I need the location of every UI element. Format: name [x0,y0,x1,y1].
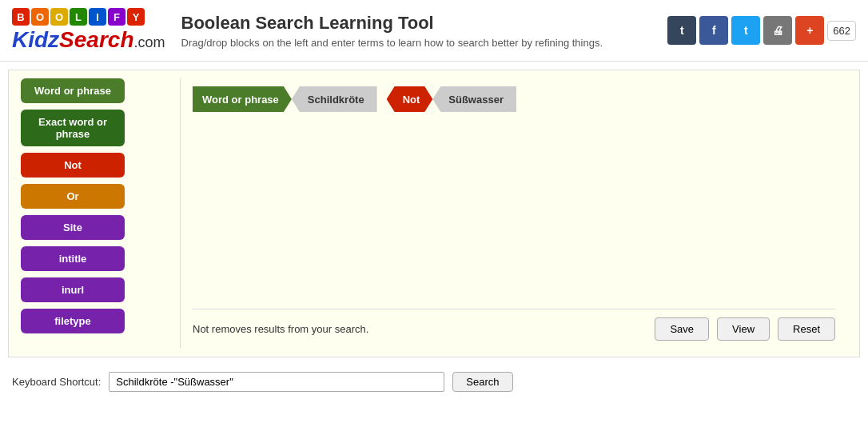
canvas-not-block[interactable]: Not [387,86,433,112]
share-count: 662 [827,21,856,41]
not-block[interactable]: Not [21,153,125,178]
header-title: Boolean Search Learning Tool [181,13,652,34]
word-or-phrase-block[interactable]: Word or phrase [21,78,125,103]
header: B O O L I F Y KidzSearch.com Boolean Sea… [0,0,868,62]
header-title-area: Boolean Search Learning Tool Drag/drop b… [181,13,652,49]
tumblr-button[interactable]: t [667,16,696,45]
logo-letter-b: B [12,8,30,26]
logo-letter-f: F [108,8,125,26]
view-button[interactable]: View [717,317,770,341]
filetype-block[interactable]: filetype [21,309,125,333]
canvas-word-block[interactable]: Word or phrase [193,86,292,112]
reset-button[interactable]: Reset [778,317,835,341]
logo-area: B O O L I F Y KidzSearch.com [12,8,165,53]
canvas-area: Word or phrase Schildkröte Not Süßwasser… [181,78,847,349]
logo-letter-o2: O [50,8,68,26]
header-social: t f t 🖨 + 662 [667,16,856,45]
canvas-not-value[interactable]: Süßwasser [432,86,516,112]
save-button[interactable]: Save [655,317,709,341]
canvas-footer: Not removes results from your search. Sa… [193,309,835,341]
logo-letter-y: Y [127,8,145,26]
canvas-blocks-row: Word or phrase Schildkröte Not Süßwasser [193,86,835,112]
search-button[interactable]: Search [452,372,512,392]
print-button[interactable]: 🖨 [763,16,792,45]
search-input[interactable] [109,372,444,392]
site-block[interactable]: Site [21,215,125,240]
canvas-hint: Not removes results from your search. [193,323,647,335]
logo-letter-o1: O [31,8,49,26]
logo-letter-l: L [70,8,87,26]
addthis-button[interactable]: + [795,16,824,45]
canvas-drop-zone[interactable]: Word or phrase Schildkröte Not Süßwasser [193,86,835,301]
inurl-block[interactable]: inurl [21,277,125,302]
bottom-bar: Keyboard Shortcut: Search [0,365,868,398]
exact-word-block[interactable]: Exact word or phrase [21,110,125,146]
intitle-block[interactable]: intitle [21,246,125,271]
main-area: Word or phrase Exact word or phrase Not … [8,70,860,357]
keyboard-shortcut-label: Keyboard Shortcut: [12,376,101,388]
twitter-button[interactable]: t [731,16,760,45]
logo-kidzsearch: KidzSearch.com [12,27,165,53]
or-block[interactable]: Or [21,184,125,209]
header-description: Drag/drop blocks on the left and enter t… [181,37,652,49]
canvas-word-value[interactable]: Schildkröte [292,86,377,112]
sidebar: Word or phrase Exact word or phrase Not … [21,78,181,349]
facebook-button[interactable]: f [699,16,728,45]
logo-letter-i: I [89,8,106,26]
logo-boolify: B O O L I F Y [12,8,165,26]
